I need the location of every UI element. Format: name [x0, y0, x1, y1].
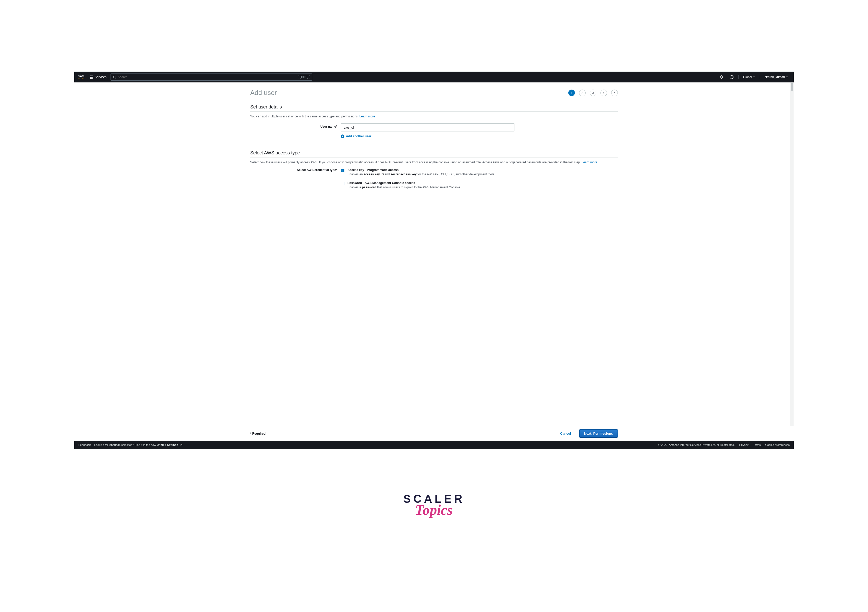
- credential-access-key-checkbox[interactable]: [341, 169, 344, 172]
- region-selector[interactable]: Global: [741, 75, 758, 79]
- section-access-helper: Select how these users will primarily ac…: [250, 160, 618, 164]
- copyright: © 2022, Amazon Internet Services Private…: [659, 443, 735, 446]
- aws-console-window: aws Services [Alt+S]: [74, 71, 794, 449]
- credential-type-label: Select AWS credential type*: [250, 168, 341, 172]
- svg-line-1: [115, 77, 116, 78]
- step-1[interactable]: 1: [568, 90, 575, 96]
- plus-circle-icon: +: [341, 135, 344, 138]
- add-another-user-button[interactable]: + Add another user: [341, 135, 618, 138]
- top-nav: aws Services [Alt+S]: [74, 72, 794, 82]
- services-label: Services: [95, 75, 107, 79]
- unified-settings-link[interactable]: Unified Settings: [157, 443, 178, 446]
- search-bar[interactable]: [Alt+S]: [110, 73, 312, 81]
- learn-more-link[interactable]: Learn more: [581, 161, 597, 164]
- wizard-bottom-bar: * Required Cancel Next: Permissions: [74, 426, 794, 441]
- chevron-down-icon: [753, 77, 755, 77]
- section-access-title: Select AWS access type: [250, 150, 618, 156]
- main-area: Add user 1 2 3 4 5 Set user details You …: [74, 82, 794, 426]
- section-user-details-helper: You can add multiple users at once with …: [250, 114, 618, 119]
- check-icon: [341, 169, 344, 172]
- privacy-link[interactable]: Privacy: [739, 443, 749, 446]
- aws-logo[interactable]: aws: [78, 74, 85, 79]
- cancel-button[interactable]: Cancel: [556, 429, 575, 437]
- required-note: * Required: [250, 432, 265, 435]
- help-icon: [730, 75, 734, 79]
- learn-more-link[interactable]: Learn more: [360, 115, 375, 118]
- help-button[interactable]: [727, 75, 736, 79]
- section-user-details-title: Set user details: [250, 104, 618, 110]
- credential-access-key-title: Access key - Programmatic access: [347, 168, 495, 172]
- credential-password-desc: Enables a password that allows users to …: [347, 185, 461, 190]
- account-menu[interactable]: simran_kumari: [762, 75, 790, 79]
- services-menu[interactable]: Services: [88, 75, 109, 79]
- svg-point-3: [732, 78, 732, 78]
- username-label: User name*: [250, 123, 341, 129]
- step-2[interactable]: 2: [579, 90, 586, 96]
- divider: [250, 157, 618, 158]
- page-title: Add user: [250, 89, 277, 97]
- language-hint: Looking for language selection? Find it …: [94, 443, 182, 447]
- grid-icon: [90, 76, 93, 79]
- bell-icon: [719, 75, 724, 79]
- svg-point-0: [113, 76, 115, 78]
- credential-access-key-desc: Enables an access key ID and secret acce…: [347, 172, 495, 177]
- page-header: Add user 1 2 3 4 5: [250, 89, 618, 97]
- external-link-icon: [180, 443, 183, 446]
- step-3[interactable]: 3: [590, 90, 596, 96]
- step-5[interactable]: 5: [611, 90, 618, 96]
- username-input[interactable]: [341, 123, 515, 132]
- chevron-down-icon: [786, 77, 788, 77]
- terms-link[interactable]: Terms: [753, 443, 761, 446]
- console-footer: Feedback Looking for language selection?…: [74, 441, 794, 449]
- wizard-stepper: 1 2 3 4 5: [568, 90, 618, 96]
- step-4[interactable]: 4: [600, 90, 607, 96]
- scaler-topics-watermark: SCALER Topics: [74, 493, 794, 518]
- next-permissions-button[interactable]: Next: Permissions: [579, 429, 618, 438]
- search-input[interactable]: [118, 75, 298, 79]
- cookie-preferences-link[interactable]: Cookie preferences: [766, 443, 790, 446]
- feedback-link[interactable]: Feedback: [78, 443, 91, 446]
- search-icon: [113, 76, 116, 79]
- credential-password-title: Password - AWS Management Console access: [347, 181, 461, 185]
- notifications-button[interactable]: [717, 75, 726, 79]
- scrollbar[interactable]: [790, 82, 794, 426]
- credential-password-checkbox[interactable]: [341, 182, 344, 185]
- search-shortcut-hint: [Alt+S]: [298, 75, 310, 79]
- divider: [250, 111, 618, 112]
